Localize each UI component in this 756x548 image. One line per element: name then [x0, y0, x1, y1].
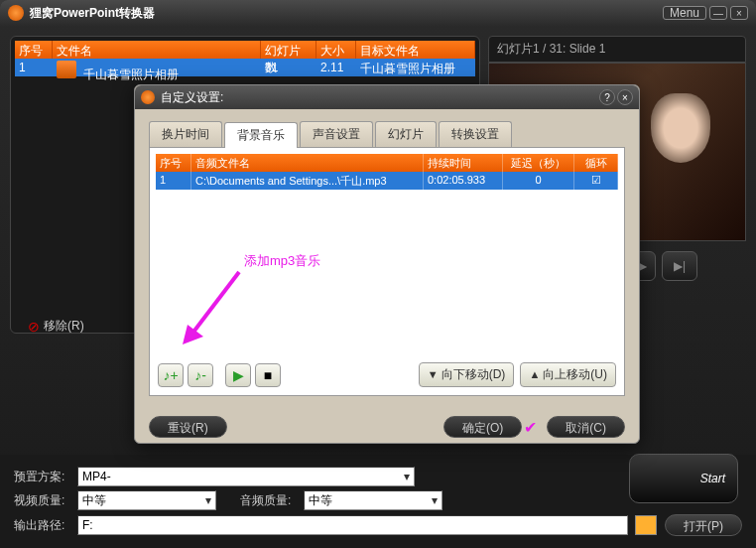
annotation-text: 添加mp3音乐	[244, 252, 320, 270]
move-up-button[interactable]: ▲ 向上移动(U)	[520, 362, 616, 387]
close-button[interactable]: ×	[730, 6, 748, 20]
col-target: 目标文件名	[356, 41, 475, 59]
acol-loop: 循环	[574, 154, 618, 172]
reset-button[interactable]: 重设(R)	[149, 416, 227, 438]
tab-slides[interactable]: 幻灯片	[375, 121, 437, 147]
acell-file: C:\Documents and Settings...\千山.mp3	[191, 172, 424, 190]
preview-label: 幻灯片1 / 31: Slide 1	[488, 36, 746, 63]
col-slides: 幻灯片数	[261, 41, 316, 59]
annotation-arrow	[180, 267, 249, 346]
dialog-close-button[interactable]: ×	[617, 89, 633, 105]
open-button[interactable]: 打开(P)	[665, 514, 742, 536]
audio-quality-select[interactable]: 中等	[304, 490, 442, 510]
app-title: 狸窝PowerPoint转换器	[30, 5, 660, 22]
cell-filename: 千山暮雪照片相册	[53, 59, 261, 76]
remove-label: 移除(R)	[44, 318, 84, 335]
dialog-body: 换片时间 背景音乐 声音设置 幻灯片 转换设置 序号 音频文件名 持续时间 延迟…	[135, 109, 639, 408]
output-path-input[interactable]: F:	[77, 515, 628, 535]
audio-table-header: 序号 音频文件名 持续时间 延迟（秒） 循环	[156, 154, 618, 172]
move-up-label: 向上移动(U)	[543, 367, 607, 381]
dialog-title: 自定义设置:	[161, 89, 223, 106]
tab-sound[interactable]: 声音设置	[300, 121, 373, 147]
tab-bg-music[interactable]: 背景音乐	[224, 122, 298, 148]
path-label: 输出路径:	[14, 517, 69, 534]
tab-transition[interactable]: 换片时间	[149, 121, 222, 147]
end-button[interactable]: ▶|	[662, 251, 697, 281]
acell-delay: 0	[503, 172, 574, 190]
col-filename: 文件名	[53, 41, 261, 59]
start-label: Start	[700, 472, 725, 485]
audio-tool-buttons: ♪+ ♪- ▶ ■	[158, 363, 281, 387]
svg-line-0	[191, 272, 239, 335]
app-icon	[8, 5, 24, 21]
vq-value: 中等	[82, 492, 106, 509]
ppt-icon	[57, 61, 76, 78]
move-buttons: ▼ 向下移动(D) ▲ 向上移动(U)	[419, 362, 616, 387]
col-size: 大小	[316, 41, 356, 59]
acol-file: 音频文件名	[191, 154, 424, 172]
dialog-tabs: 换片时间 背景音乐 声音设置 幻灯片 转换设置	[149, 121, 625, 148]
file-table-row[interactable]: 1 千山暮雪照片相册 31 2.11 千山暮雪照片相册	[15, 59, 475, 76]
remove-audio-button[interactable]: ♪-	[188, 363, 213, 387]
dialog-footer: 重设(R) 确定(O) ✔ 取消(C)	[135, 408, 639, 446]
dialog-tab-content: 序号 音频文件名 持续时间 延迟（秒） 循环 1 C:\Documents an…	[149, 148, 625, 396]
browse-folder-button[interactable]	[635, 515, 657, 535]
preset-label: 预置方案:	[14, 469, 69, 485]
dialog-help-button[interactable]: ?	[599, 89, 615, 105]
ok-button[interactable]: 确定(O)	[443, 416, 522, 438]
custom-settings-dialog: 自定义设置: ? × 换片时间 背景音乐 声音设置 幻灯片 转换设置 序号 音频…	[134, 84, 640, 444]
preset-value: MP4-	[82, 470, 111, 483]
aq-label: 音频质量:	[240, 492, 296, 509]
play-audio-button[interactable]: ▶	[225, 363, 251, 387]
aq-value: 中等	[309, 492, 332, 509]
stop-audio-button[interactable]: ■	[255, 363, 281, 387]
acol-delay: 延迟（秒）	[503, 154, 574, 172]
acell-loop: ☑	[574, 172, 618, 190]
filename-text: 千山暮雪照片相册	[79, 66, 183, 83]
acol-seq: 序号	[156, 154, 191, 172]
minimize-button[interactable]: —	[709, 6, 727, 20]
acell-seq: 1	[156, 172, 191, 190]
audio-table-row[interactable]: 1 C:\Documents and Settings...\千山.mp3 0:…	[156, 172, 618, 190]
cancel-button[interactable]: 取消(C)	[547, 416, 625, 438]
acell-dur: 0:02:05.933	[424, 172, 503, 190]
cell-target: 千山暮雪照片相册	[356, 59, 475, 76]
tab-convert[interactable]: 转换设置	[439, 121, 512, 147]
titlebar: 狸窝PowerPoint转换器 Menu — ×	[0, 0, 756, 26]
preset-select[interactable]: MP4-	[77, 467, 415, 486]
cell-size: 2.11	[316, 59, 356, 76]
file-table-header: 序号 文件名 幻灯片数 大小 目标文件名	[15, 41, 475, 59]
acol-dur: 持续时间	[424, 154, 503, 172]
svg-marker-1	[183, 325, 203, 344]
menu-label: Menu	[670, 6, 699, 20]
path-value: F:	[82, 518, 93, 532]
dialog-icon	[141, 90, 155, 104]
vq-label: 视频质量:	[14, 492, 69, 509]
remove-button[interactable]: 移除(R)	[28, 318, 84, 335]
col-seq: 序号	[15, 41, 53, 59]
dialog-titlebar: 自定义设置: ? ×	[135, 85, 639, 109]
cell-slides: 31	[261, 59, 316, 76]
menu-button[interactable]: Menu	[663, 6, 706, 20]
path-row: 输出路径: F: 打开(P)	[14, 514, 742, 536]
cell-seq: 1	[15, 59, 53, 76]
move-down-button[interactable]: ▼ 向下移动(D)	[419, 362, 515, 387]
move-down-label: 向下移动(D)	[441, 367, 506, 381]
add-audio-button[interactable]: ♪+	[158, 363, 184, 387]
start-button[interactable]: Start	[629, 454, 738, 503]
ok-checkmark-icon: ✔	[524, 418, 537, 437]
video-quality-select[interactable]: 中等	[77, 490, 216, 510]
